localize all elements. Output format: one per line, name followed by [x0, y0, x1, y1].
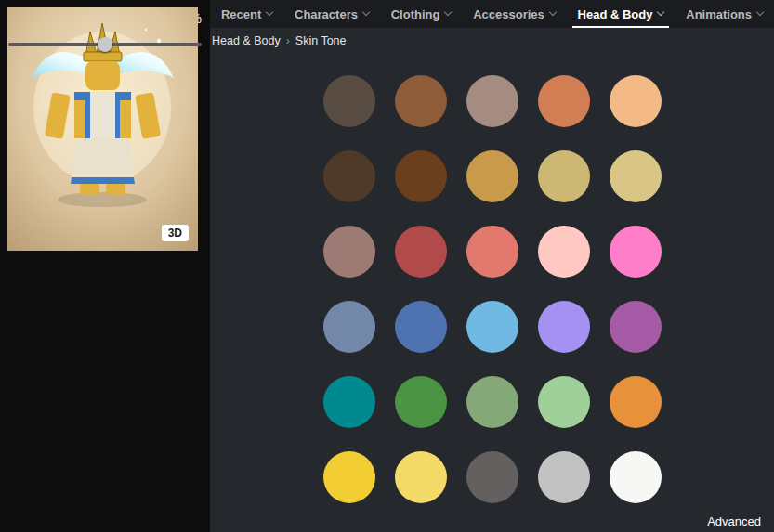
skin-tone-swatch-20[interactable]: [610, 301, 662, 353]
skin-tone-swatch-11[interactable]: [323, 226, 375, 278]
chevron-down-icon: [362, 8, 370, 16]
body-type-slider-handle[interactable]: [98, 37, 112, 52]
skin-tone-swatch-16[interactable]: [323, 301, 375, 353]
skin-tone-swatch-10[interactable]: [610, 150, 662, 202]
skin-tone-swatch-25[interactable]: [610, 376, 662, 428]
tab-label: Accessories: [473, 7, 544, 21]
skin-tone-swatch-28[interactable]: [466, 451, 518, 503]
breadcrumb-head-and-body[interactable]: Head & Body: [212, 34, 281, 47]
skin-tone-swatch-29[interactable]: [538, 451, 590, 503]
body-type-slider[interactable]: [8, 37, 202, 52]
avatar-preview-panel: 3D Body Type 50% Avatar isn't loading co…: [0, 0, 210, 532]
skin-tone-swatch-3[interactable]: [466, 75, 518, 127]
skin-tone-swatch-27[interactable]: [395, 451, 447, 503]
toggle-3d-button[interactable]: 3D: [162, 225, 189, 241]
skin-tone-swatch-9[interactable]: [538, 150, 590, 202]
tab-label: Head & Body: [578, 7, 653, 21]
skin-tone-swatch-8[interactable]: [466, 150, 518, 202]
skin-tone-swatch-19[interactable]: [538, 301, 590, 353]
skin-tone-swatch-24[interactable]: [538, 376, 590, 428]
skin-tone-swatch-5[interactable]: [610, 75, 662, 127]
tab-characters[interactable]: Characters: [287, 0, 376, 28]
chevron-down-icon: [266, 8, 273, 16]
skin-tone-swatch-13[interactable]: [466, 226, 518, 278]
chevron-down-icon: [444, 8, 452, 16]
tab-bar: RecentCharactersClothingAccessoriesHead …: [210, 0, 774, 28]
skin-tone-swatch-26[interactable]: [323, 451, 375, 503]
skin-tone-swatch-18[interactable]: [466, 301, 518, 353]
tab-label: Characters: [295, 7, 358, 21]
breadcrumb: Head & Body › Skin Tone: [210, 28, 774, 54]
tab-accessories[interactable]: Accessories: [466, 0, 563, 28]
chevron-down-icon: [657, 8, 664, 16]
avatar-editor-window: 3D Body Type 50% Avatar isn't loading co…: [0, 0, 774, 532]
skin-tone-swatch-22[interactable]: [395, 376, 447, 428]
skin-tone-swatch-15[interactable]: [610, 226, 662, 278]
skin-tone-swatch-7[interactable]: [395, 150, 447, 202]
skin-tone-grid: [323, 75, 662, 503]
tab-animations[interactable]: Animations: [678, 0, 770, 28]
skin-tone-swatch-17[interactable]: [395, 301, 447, 353]
tab-head-body[interactable]: Head & Body: [571, 0, 672, 28]
catalog-panel: RecentCharactersClothingAccessoriesHead …: [210, 0, 774, 532]
chevron-down-icon: [549, 8, 557, 16]
skin-tone-swatch-12[interactable]: [395, 226, 447, 278]
tab-clothing[interactable]: Clothing: [384, 0, 459, 28]
skin-tone-swatch-1[interactable]: [323, 75, 375, 127]
skin-tone-swatch-23[interactable]: [466, 376, 518, 428]
chevron-down-icon: [756, 8, 764, 16]
skin-tone-swatch-4[interactable]: [538, 75, 590, 127]
skin-tone-swatch-14[interactable]: [538, 226, 590, 278]
tab-label: Animations: [686, 7, 752, 21]
skin-tone-swatch-30[interactable]: [610, 451, 662, 503]
skin-tone-swatch-21[interactable]: [323, 376, 375, 428]
breadcrumb-separator: ›: [286, 34, 290, 47]
tab-recent[interactable]: Recent: [214, 0, 280, 28]
tab-label: Recent: [221, 7, 261, 21]
tab-label: Clothing: [391, 7, 440, 21]
breadcrumb-skin-tone: Skin Tone: [295, 34, 347, 47]
advanced-link[interactable]: Advanced: [707, 514, 761, 528]
skin-tone-swatch-2[interactable]: [395, 75, 447, 127]
skin-tone-swatch-6[interactable]: [323, 150, 375, 202]
